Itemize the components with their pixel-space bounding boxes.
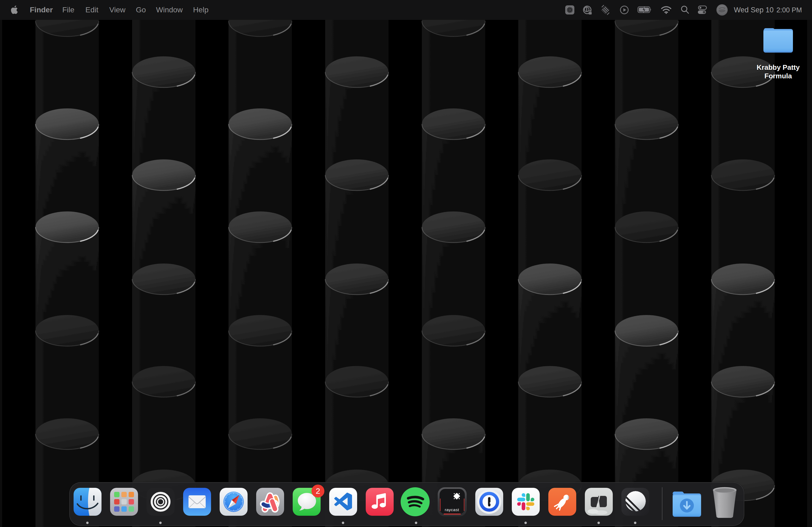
svg-text:raycast: raycast — [445, 508, 459, 512]
